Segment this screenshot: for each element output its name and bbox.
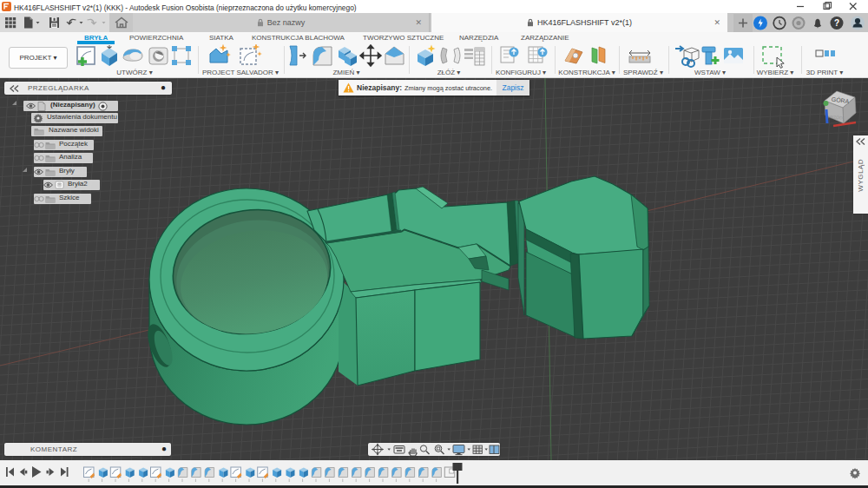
svg-text:?: ? (834, 18, 839, 28)
svg-text:PRZÓD: PRZÓD (827, 114, 843, 120)
